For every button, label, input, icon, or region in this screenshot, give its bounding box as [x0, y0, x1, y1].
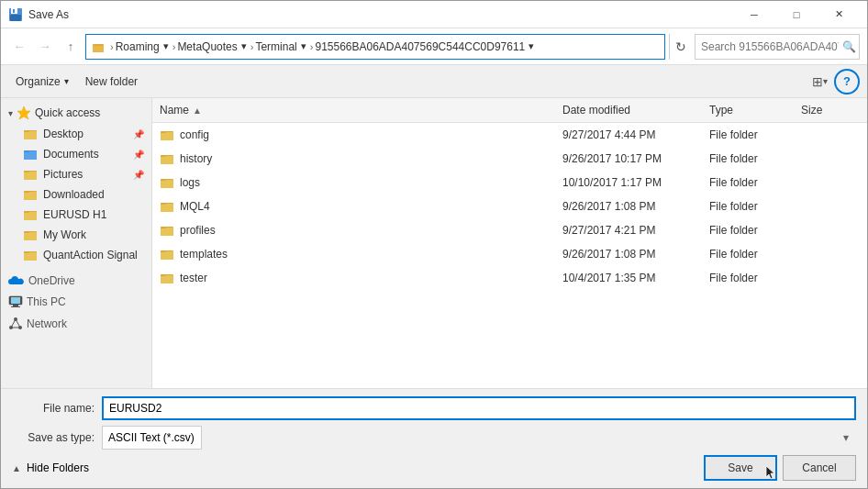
svg-rect-14: [24, 172, 37, 180]
quick-access-section: ▾ Quick access Desktop 📌: [1, 102, 151, 265]
sidebar-item-pictures[interactable]: Pictures 📌: [1, 164, 151, 184]
titlebar: Save As ─ □ ✕: [1, 1, 867, 28]
svg-rect-39: [161, 132, 173, 140]
svg-rect-29: [11, 297, 20, 304]
col-header-date[interactable]: Date modified: [555, 100, 702, 120]
svg-rect-23: [24, 232, 37, 240]
onedrive-icon: [8, 275, 25, 286]
sidebar-item-quantaction[interactable]: QuantAction Signal: [1, 245, 151, 265]
breadcrumb-dropdown-4[interactable]: ▾: [527, 40, 536, 52]
dialog-icon: [8, 7, 23, 22]
help-button[interactable]: ?: [834, 69, 860, 94]
refresh-button[interactable]: ↻: [669, 34, 691, 60]
sidebar-item-eurusd[interactable]: EURUSD H1: [1, 205, 151, 225]
table-row[interactable]: templates 9/26/2017 1:08 PM File folder: [152, 242, 867, 266]
breadcrumb-dropdown-1[interactable]: ▾: [161, 40, 171, 52]
col-header-size[interactable]: Size: [794, 100, 867, 120]
table-row[interactable]: history 9/26/2017 10:17 PM File folder: [152, 147, 867, 171]
svg-rect-43: [161, 155, 166, 157]
close-button[interactable]: ✕: [818, 1, 860, 28]
quantaction-folder-icon: [23, 248, 38, 262]
row-folder-icon: [160, 199, 174, 214]
main-content: ▾ Quick access Desktop 📌: [1, 98, 867, 388]
view-options-button[interactable]: ⊞ ▾: [807, 69, 832, 94]
up-button[interactable]: ↑: [60, 36, 82, 58]
svg-rect-46: [161, 179, 166, 181]
svg-rect-8: [24, 131, 37, 139]
savetype-label: Save as type:: [12, 431, 95, 444]
organize-button[interactable]: Organize ▾: [8, 69, 76, 94]
address-path[interactable]: › Roaming ▾ › MetaQuotes ▾ › Terminal ▾ …: [85, 34, 665, 60]
forward-button[interactable]: →: [34, 36, 56, 58]
network-section[interactable]: Network: [1, 311, 151, 333]
svg-rect-2: [13, 9, 15, 13]
svg-rect-54: [161, 251, 173, 260]
breadcrumb-roaming[interactable]: Roaming ▾: [116, 40, 171, 53]
breadcrumb-dropdown-3[interactable]: ▾: [299, 40, 308, 52]
table-row[interactable]: tester 10/4/2017 1:35 PM File folder: [152, 266, 867, 290]
new-folder-button[interactable]: New folder: [78, 69, 145, 94]
svg-rect-40: [161, 131, 166, 133]
svg-rect-48: [161, 204, 173, 212]
quick-access-icon: [17, 106, 31, 120]
svg-rect-45: [161, 180, 173, 188]
sidebar-item-desktop[interactable]: Desktop 📌: [1, 124, 151, 144]
svg-rect-55: [161, 250, 166, 252]
sidebar-item-downloaded[interactable]: Downloaded: [1, 184, 151, 205]
filetype-select[interactable]: ASCII Text (*.csv) CSV (*.csv) Text (*.t…: [102, 426, 202, 450]
sidebar-item-my-work[interactable]: My Work: [1, 225, 151, 245]
svg-rect-17: [24, 192, 37, 200]
row-folder-icon: [160, 175, 174, 190]
table-row[interactable]: MQL4 9/26/2017 1:08 PM File folder: [152, 194, 867, 218]
svg-rect-18: [24, 191, 29, 193]
filename-input[interactable]: [102, 396, 856, 420]
svg-line-36: [16, 319, 20, 328]
organize-chevron-icon: ▾: [64, 76, 69, 86]
breadcrumb-terminal[interactable]: Terminal ▾: [255, 40, 307, 53]
col-header-name[interactable]: Name ▲: [152, 100, 555, 120]
save-button[interactable]: Save: [704, 455, 777, 481]
pictures-pin-icon: 📌: [133, 170, 144, 180]
svg-rect-49: [161, 203, 166, 205]
search-input[interactable]: [701, 40, 839, 53]
hide-folders-row[interactable]: ▲ Hide Folders: [12, 460, 89, 476]
onedrive-section[interactable]: OneDrive: [1, 269, 151, 289]
sidebar-item-documents[interactable]: Documents 📌: [1, 144, 151, 164]
cursor-icon: [764, 464, 777, 481]
back-button[interactable]: ←: [8, 36, 30, 58]
file-list-header: Name ▲ Date modified Type Size: [152, 98, 867, 123]
table-row[interactable]: logs 10/10/2017 1:17 PM File folder: [152, 171, 867, 194]
hide-folders-chevron-icon: ▲: [12, 463, 21, 473]
breadcrumb-metaquotes[interactable]: MetaQuotes ▾: [177, 40, 248, 53]
search-box[interactable]: 🔍: [695, 34, 860, 60]
filetype-select-wrapper[interactable]: ASCII Text (*.csv) CSV (*.csv) Text (*.t…: [102, 426, 856, 450]
row-folder-icon: [160, 128, 174, 142]
svg-rect-26: [24, 252, 37, 261]
minimize-button[interactable]: ─: [733, 1, 775, 28]
col-header-type[interactable]: Type: [702, 100, 794, 120]
breadcrumb-separator-2: ›: [172, 41, 176, 52]
titlebar-controls: ─ □ ✕: [733, 1, 860, 28]
breadcrumb-dropdown-2[interactable]: ▾: [239, 40, 249, 52]
cancel-button[interactable]: Cancel: [783, 455, 856, 481]
pictures-folder-icon: [23, 167, 38, 182]
quick-access-header[interactable]: ▾ Quick access: [1, 102, 151, 124]
sort-arrow-icon: ▲: [193, 106, 202, 116]
table-row[interactable]: config 9/27/2017 4:44 PM File folder: [152, 123, 867, 147]
savetype-row: Save as type: ASCII Text (*.csv) CSV (*.…: [12, 426, 856, 450]
breadcrumb-guid[interactable]: 915566BA06ADA407569C544CC0D97611 ▾: [315, 40, 536, 53]
svg-rect-30: [13, 305, 18, 306]
svg-rect-20: [24, 212, 37, 220]
table-row[interactable]: profiles 9/27/2017 4:21 PM File folder: [152, 218, 867, 242]
desktop-pin-icon: 📌: [133, 129, 144, 139]
breadcrumb-separator-1: ›: [110, 41, 114, 52]
maximize-button[interactable]: □: [775, 1, 818, 28]
desktop-folder-icon: [23, 127, 38, 141]
toolbar: Organize ▾ New folder ⊞ ▾ ?: [1, 65, 867, 98]
downloaded-folder-icon: [23, 187, 38, 202]
svg-rect-58: [161, 274, 166, 276]
row-folder-icon: [160, 223, 174, 238]
svg-rect-52: [161, 227, 166, 228]
titlebar-title: Save As: [28, 8, 733, 21]
this-pc-section[interactable]: This PC: [1, 289, 151, 311]
